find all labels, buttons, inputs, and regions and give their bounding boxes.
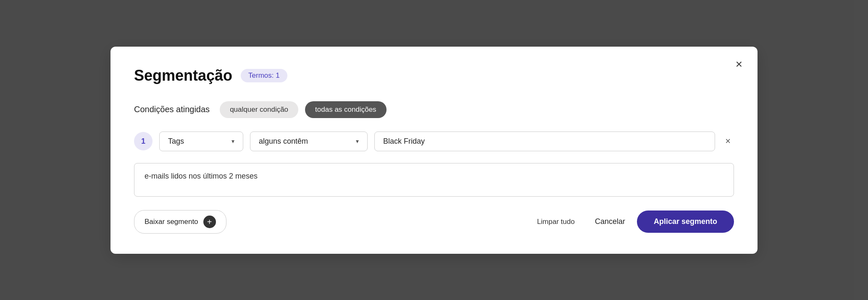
- filter-value-input[interactable]: [374, 132, 715, 151]
- suggestion-box: e-mails lidos nos últimos 2 meses: [134, 163, 734, 197]
- field-select-label: Tags: [168, 137, 184, 146]
- conditions-row: Condições atingidas qualquer condição to…: [134, 101, 734, 118]
- operator-select-label: alguns contêm: [259, 137, 308, 146]
- modal-header: Segmentação Termos: 1: [134, 67, 734, 84]
- suggestion-text: e-mails lidos nos últimos 2 meses: [145, 172, 258, 180]
- all-condition-button[interactable]: todas as condições: [305, 101, 387, 118]
- modal-overlay: Segmentação Termos: 1 × Condições atingi…: [0, 0, 868, 300]
- field-chevron-icon: ▾: [231, 138, 234, 145]
- segmentation-modal: Segmentação Termos: 1 × Condições atingi…: [110, 47, 758, 254]
- footer-row: Baixar segmento + Limpar tudo Cancelar A…: [134, 210, 734, 234]
- apply-segment-button[interactable]: Aplicar segmento: [637, 211, 734, 233]
- download-label: Baixar segmento: [145, 218, 198, 226]
- filter-row: 1 Tags ▾ alguns contêm ▾ ×: [134, 132, 734, 151]
- operator-chevron-icon: ▾: [356, 138, 359, 145]
- close-button[interactable]: ×: [736, 58, 742, 70]
- filter-remove-button[interactable]: ×: [722, 134, 734, 148]
- filter-number: 1: [134, 132, 153, 150]
- modal-title: Segmentação: [134, 67, 232, 84]
- plus-icon: +: [203, 216, 216, 228]
- any-condition-button[interactable]: qualquer condição: [220, 101, 298, 118]
- clear-all-button[interactable]: Limpar tudo: [529, 213, 583, 231]
- cancel-button[interactable]: Cancelar: [583, 212, 637, 231]
- download-segment-button[interactable]: Baixar segmento +: [134, 210, 226, 234]
- terms-badge: Termos: 1: [241, 69, 287, 82]
- conditions-label: Condições atingidas: [134, 105, 210, 114]
- operator-select[interactable]: alguns contêm ▾: [250, 132, 368, 151]
- field-select[interactable]: Tags ▾: [159, 132, 243, 151]
